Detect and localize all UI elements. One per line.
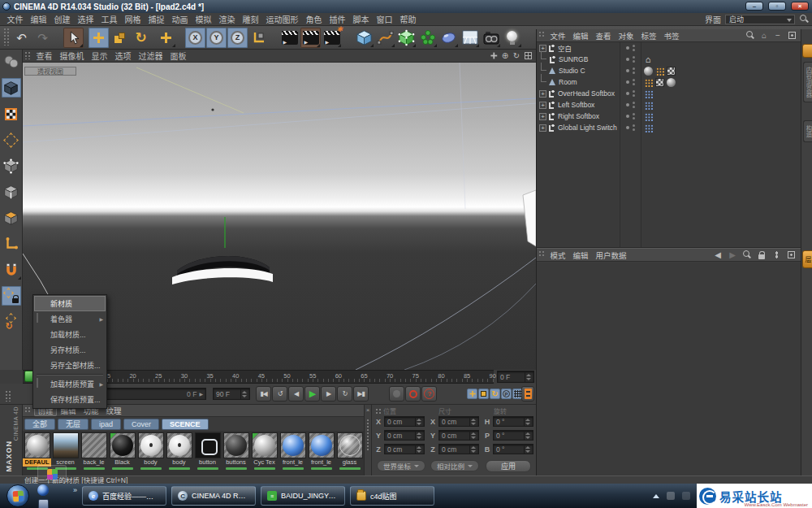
size-z-field[interactable]: 0 cm <box>438 444 479 454</box>
workplane-mode-icon[interactable] <box>2 130 21 150</box>
visibility-toggles[interactable] <box>621 67 639 74</box>
main-menu-item-0[interactable]: 文件 <box>3 13 27 25</box>
rotation-b-field[interactable]: 0 ° <box>493 444 533 454</box>
position-z-field[interactable]: 0 cm <box>384 444 425 454</box>
taskbar-button[interactable]: ≡BAIDU_JINGYAN ... <box>261 486 345 506</box>
material-item[interactable]: body <box>165 432 193 475</box>
divider-grip[interactable] <box>366 419 369 451</box>
key-rotation-toggle[interactable]: ↻ <box>490 389 500 399</box>
main-menu-item-15[interactable]: 窗口 <box>373 13 396 25</box>
taskbar-button[interactable]: e百度经验——实用... <box>82 486 166 506</box>
material-item[interactable]: back_le <box>80 432 108 475</box>
toolbar-grip[interactable] <box>3 28 10 46</box>
camera-icon[interactable] <box>481 28 501 48</box>
scale-tool-icon[interactable] <box>110 28 130 48</box>
material-item[interactable]: glass <box>335 432 364 475</box>
search-icon[interactable] <box>742 250 752 260</box>
structure-tab[interactable]: 构造 <box>803 120 812 142</box>
material-item[interactable]: front_le <box>279 432 307 475</box>
orangedots-tag-icon[interactable] <box>643 77 653 87</box>
play-button[interactable]: ▶ <box>304 386 320 402</box>
bluedots-tag-icon[interactable] <box>643 111 653 121</box>
sphere-tag-icon[interactable] <box>643 66 653 76</box>
goto-end-button[interactable]: ▶▮ <box>353 386 369 402</box>
object-row[interactable]: +OverHead Softbox <box>537 88 801 99</box>
viewport-label[interactable]: 透视视图 <box>24 67 76 76</box>
history-icon[interactable] <box>771 250 781 260</box>
viewport-menu-grip[interactable] <box>24 51 31 59</box>
model-mode-icon[interactable] <box>2 78 21 98</box>
launcher-icon[interactable] <box>37 465 67 483</box>
prev-frame-button[interactable]: ◀ <box>288 386 304 402</box>
auto-key-button[interactable] <box>521 386 534 402</box>
expand-icon[interactable]: + <box>539 90 546 98</box>
coordinate-system-dropdown[interactable]: 世界坐标 <box>377 460 425 471</box>
tray-icon-2[interactable] <box>682 492 690 500</box>
main-menu-item-4[interactable]: 工具 <box>97 13 121 25</box>
material-tab-无层[interactable]: 无层 <box>58 419 89 430</box>
om-menu-item-2[interactable]: 查看 <box>592 30 615 41</box>
content-browser-tab[interactable]: 内容浏览器 <box>803 62 812 102</box>
object-row[interactable]: Room <box>537 76 801 88</box>
material-item[interactable]: Black <box>108 432 136 475</box>
material-menu-grip[interactable] <box>24 406 31 414</box>
bluedots-tag-icon[interactable] <box>643 100 653 110</box>
material-tab-SCENCE[interactable]: SCENCE <box>162 419 209 430</box>
timeline-end-spinner[interactable]: 0 F <box>497 371 534 383</box>
bluedots-tag-icon[interactable] <box>643 89 653 98</box>
next-frame-button[interactable]: ▶ <box>321 386 336 402</box>
context-menu-item-1[interactable]: 着色器▶ <box>34 311 106 327</box>
material-tab-Cover[interactable]: Cover <box>123 419 159 430</box>
forward-icon[interactable]: ▶ <box>728 250 737 260</box>
object-row[interactable]: +空白 <box>537 42 801 54</box>
spline-icon[interactable] <box>375 28 395 48</box>
close-icon[interactable]: × <box>366 406 370 414</box>
material-item[interactable]: front_le <box>307 432 335 475</box>
material-tab-ipad[interactable]: ipad <box>91 419 121 430</box>
context-menu-item-3[interactable]: 另存材质... <box>34 342 106 358</box>
browser-icon[interactable] <box>36 483 50 497</box>
visibility-toggles[interactable] <box>621 113 639 119</box>
search-icon[interactable] <box>745 31 755 41</box>
main-menu-item-2[interactable]: 创建 <box>50 13 74 25</box>
key-parameter-toggle[interactable]: P <box>501 389 512 399</box>
close-button[interactable]: × <box>791 2 809 11</box>
polygon-mode-icon[interactable] <box>2 208 21 228</box>
render-picture-viewer-icon[interactable] <box>300 28 321 48</box>
rotate-tool-icon[interactable]: ↻ <box>131 28 151 48</box>
main-menu-item-12[interactable]: 角色 <box>302 13 326 25</box>
environment-icon[interactable] <box>460 28 480 48</box>
expand-icon[interactable]: + <box>539 113 546 120</box>
dock-icon[interactable] <box>786 250 796 260</box>
panel-divider[interactable]: × <box>364 405 372 475</box>
minimize-panel-icon[interactable]: − <box>773 31 783 41</box>
primitive-cube-icon[interactable] <box>354 28 374 48</box>
loop-button[interactable]: ↻ <box>337 386 352 402</box>
toggle-view-icon[interactable] <box>523 51 533 61</box>
transport-grip[interactable] <box>5 390 11 402</box>
autokeying-button[interactable] <box>405 386 421 402</box>
size-x-field[interactable]: 0 cm <box>438 416 479 427</box>
main-menu-item-10[interactable]: 雕刻 <box>239 13 262 25</box>
point-mode-icon[interactable] <box>2 156 21 176</box>
expand-icon[interactable]: + <box>539 102 546 109</box>
y-axis-lock-icon[interactable]: Y <box>206 28 227 48</box>
main-menu-item-9[interactable]: 渲染 <box>215 13 239 25</box>
checker-tag-icon[interactable] <box>666 66 676 76</box>
om-menu-item-1[interactable]: 编辑 <box>569 30 592 41</box>
visibility-toggles[interactable] <box>621 124 639 131</box>
tray-expand-icon[interactable] <box>653 494 659 498</box>
rotate-view-icon[interactable]: ↻ <box>512 51 521 61</box>
context-menu-item-6[interactable]: 加载材质预置▶ <box>34 376 106 392</box>
make-editable-icon[interactable] <box>2 52 21 72</box>
material-item[interactable]: button <box>193 432 222 475</box>
move-tool-icon[interactable] <box>89 28 109 48</box>
zoom-view-icon[interactable]: ⊕ <box>500 51 510 61</box>
layers-panel-tab[interactable]: 层 <box>802 250 812 268</box>
live-selection-icon[interactable] <box>63 28 84 48</box>
lock-icon[interactable] <box>757 250 767 260</box>
context-menu-item-2[interactable]: 加载材质... <box>34 327 106 342</box>
object-row[interactable]: +Right Softbox <box>537 111 801 122</box>
context-menu-item-7[interactable]: 保存材质预置... <box>34 392 106 407</box>
viewport-menu-item-2[interactable]: 显示 <box>88 50 111 62</box>
